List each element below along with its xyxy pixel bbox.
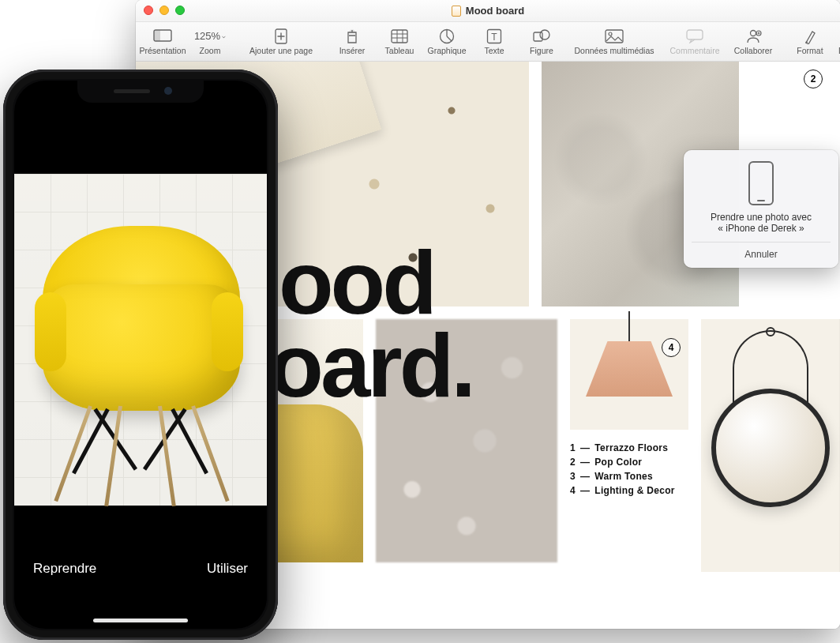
window-title-text: Mood board <box>466 5 524 17</box>
chart-label: Graphique <box>427 46 466 55</box>
legend-row: 3—Warm Tones <box>570 471 696 482</box>
minimize-icon[interactable] <box>159 6 169 15</box>
presentation-label: Présentation <box>140 46 186 55</box>
collaborate-icon <box>744 28 762 44</box>
popover-cancel-button[interactable]: Annuler <box>692 242 831 263</box>
toolbar: Présentation 125%⌵ Zoom Ajouter une page… <box>136 22 840 62</box>
comment-label: Commentaire <box>669 46 719 55</box>
legend-row: 4—Lighting & Decor <box>570 485 696 496</box>
document-button[interactable]: Document <box>835 27 840 57</box>
titlebar: Mood board <box>136 0 840 22</box>
zoom-dropdown[interactable]: 125%⌵ Zoom <box>188 27 232 57</box>
insert-icon <box>346 28 358 44</box>
legend[interactable]: 1—Terrazzo Floors 2—Pop Color 3—Warm Ton… <box>570 442 696 499</box>
comment-icon <box>686 28 703 44</box>
table-icon <box>391 28 408 44</box>
zoom-label: Zoom <box>200 46 221 55</box>
collaborate-button[interactable]: Collaborer <box>731 27 775 57</box>
svg-text:T: T <box>491 32 497 43</box>
add-page-icon <box>274 28 288 44</box>
legend-row: 1—Terrazzo Floors <box>570 442 696 453</box>
presentation-button[interactable]: Présentation <box>141 27 185 57</box>
text-label: Texte <box>484 46 504 55</box>
svg-rect-11 <box>687 30 703 39</box>
svg-rect-1 <box>154 30 160 41</box>
format-button[interactable]: Format <box>788 27 832 57</box>
svg-rect-3 <box>392 30 407 43</box>
window-title: Mood board <box>452 5 524 17</box>
svg-point-8 <box>540 30 549 39</box>
chart-icon <box>439 28 455 44</box>
format-icon <box>803 28 817 44</box>
window-controls <box>144 6 185 15</box>
document-icon <box>452 6 461 17</box>
popover-text-line2: « iPhone de Derek » <box>692 223 831 234</box>
shape-icon <box>533 28 550 44</box>
image-mirror[interactable] <box>701 319 840 572</box>
svg-point-10 <box>609 32 612 36</box>
text-button[interactable]: T Texte <box>472 27 516 57</box>
legend-row: 2—Pop Color <box>570 457 696 468</box>
collaborate-label: Collaborer <box>734 46 772 55</box>
popover-text-line1: Prendre une photo avec <box>692 212 831 223</box>
chair-arm <box>35 292 66 371</box>
callout-2[interactable]: 2 <box>804 70 823 88</box>
chair-seat <box>43 284 240 411</box>
camera-preview <box>14 174 267 506</box>
chair-arm <box>212 292 243 371</box>
text-icon: T <box>486 28 502 44</box>
fullscreen-icon[interactable] <box>175 6 185 15</box>
svg-rect-7 <box>534 32 542 41</box>
shape-button[interactable]: Figure <box>519 27 564 57</box>
camera-controls: Reprendre Utiliser <box>14 518 267 629</box>
zoom-value: 125%⌵ <box>194 28 226 44</box>
iphone-screen: Reprendre Utiliser <box>14 81 267 629</box>
media-button[interactable]: Données multimédias <box>567 27 662 57</box>
home-indicator[interactable] <box>93 619 188 622</box>
phone-outline-icon <box>748 161 774 205</box>
chart-button[interactable]: Graphique <box>425 27 469 57</box>
retake-button[interactable]: Reprendre <box>33 561 96 577</box>
callout-4[interactable]: 4 <box>662 338 681 357</box>
insert-label: Insérer <box>339 46 366 55</box>
svg-rect-9 <box>606 30 623 43</box>
presentation-icon <box>153 28 172 44</box>
insert-button[interactable]: Insérer <box>330 27 374 57</box>
use-photo-button[interactable]: Utiliser <box>207 561 248 577</box>
table-button[interactable]: Tableau <box>377 27 422 57</box>
continuity-camera-popover: Prendre une photo avec « iPhone de Derek… <box>684 150 838 268</box>
iphone-notch <box>77 81 204 103</box>
format-label: Format <box>797 46 823 55</box>
svg-point-12 <box>751 30 756 36</box>
iphone-device: Reprendre Utiliser <box>3 70 278 640</box>
image-lamp[interactable] <box>570 319 688 430</box>
table-label: Tableau <box>385 46 414 55</box>
add-page-button[interactable]: Ajouter une page <box>245 27 317 57</box>
add-page-label: Ajouter une page <box>249 46 313 55</box>
media-icon <box>605 28 624 44</box>
comment-button: Commentaire <box>665 27 725 57</box>
shape-label: Figure <box>530 46 553 55</box>
close-icon[interactable] <box>144 6 153 15</box>
media-label: Données multimédias <box>575 46 654 55</box>
